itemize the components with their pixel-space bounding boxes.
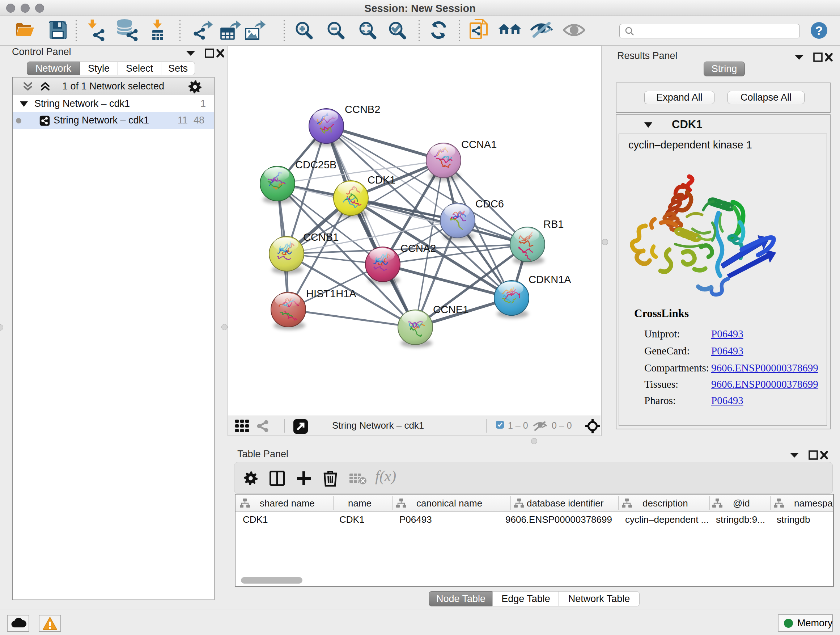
svg-text:CCNE1: CCNE1 [433,304,469,315]
svg-text:?: ? [815,24,823,37]
svg-text:CDC6: CDC6 [475,198,504,210]
svg-text:CDK1: CDK1 [368,174,395,186]
svg-text:CCNA1: CCNA1 [461,139,497,150]
svg-text:RB1: RB1 [543,218,564,230]
svg-text:CCNB2: CCNB2 [345,103,380,115]
svg-text:CDC25B: CDC25B [295,159,336,171]
svg-text:CCNA2: CCNA2 [401,242,436,254]
svg-text:HIST1H1A: HIST1H1A [306,288,356,299]
svg-text:CDKN1A: CDKN1A [529,274,571,285]
svg-text:CCNB1: CCNB1 [303,231,339,243]
